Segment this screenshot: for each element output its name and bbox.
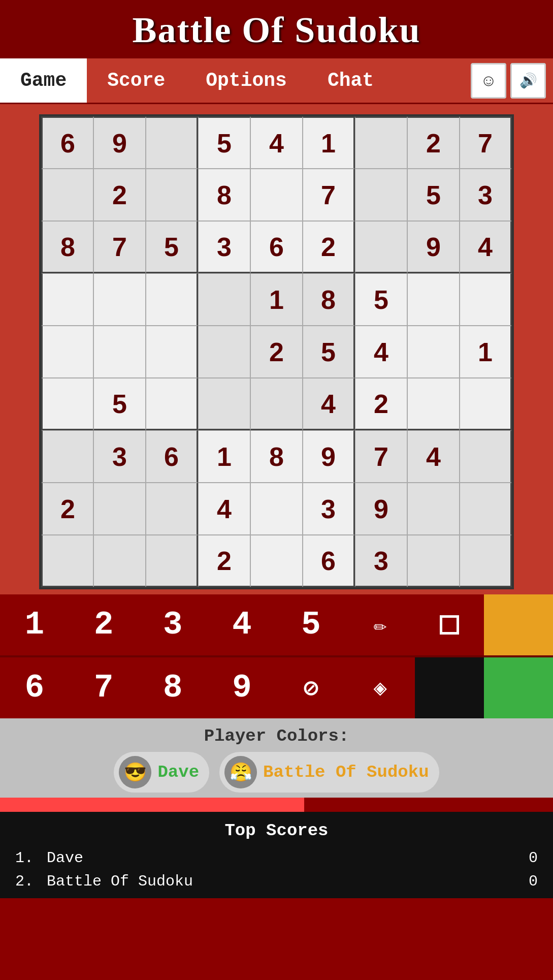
cell-2-1[interactable] — [41, 169, 93, 221]
cell-9-9[interactable] — [460, 535, 512, 587]
tab-chat[interactable]: Chat — [307, 58, 394, 103]
cell-2-7[interactable] — [355, 169, 407, 221]
cell-7-5[interactable]: 8 — [250, 430, 303, 483]
numpad-9[interactable]: 9 — [207, 657, 276, 718]
tab-game[interactable]: Game — [0, 58, 87, 103]
numpad-8[interactable]: 8 — [138, 657, 207, 718]
cell-1-5[interactable]: 4 — [250, 116, 303, 169]
cell-9-1[interactable] — [41, 535, 93, 587]
cell-6-8[interactable] — [407, 378, 460, 430]
numpad-6[interactable]: 6 — [0, 657, 69, 718]
cell-4-2[interactable] — [93, 273, 146, 326]
cell-6-9[interactable] — [460, 378, 512, 430]
cell-1-1[interactable]: 6 — [41, 116, 93, 169]
cell-5-4[interactable] — [198, 326, 250, 378]
cell-8-6[interactable]: 3 — [303, 483, 355, 535]
cell-4-1[interactable] — [41, 273, 93, 326]
cell-5-5[interactable]: 2 — [250, 326, 303, 378]
cell-7-8[interactable]: 4 — [407, 430, 460, 483]
pencil-button[interactable]: ✏ — [346, 594, 415, 655]
cell-7-1[interactable] — [41, 430, 93, 483]
tab-options[interactable]: Options — [185, 58, 307, 103]
cell-4-9[interactable] — [460, 273, 512, 326]
cell-6-6[interactable]: 4 — [303, 378, 355, 430]
cell-9-8[interactable] — [407, 535, 460, 587]
diamond-button[interactable]: ◈ — [346, 657, 415, 718]
square-button[interactable] — [415, 594, 484, 655]
cell-3-5[interactable]: 6 — [250, 221, 303, 273]
cell-4-7[interactable]: 5 — [355, 273, 407, 326]
cell-2-3[interactable] — [146, 169, 198, 221]
cell-9-3[interactable] — [146, 535, 198, 587]
cell-5-8[interactable] — [407, 326, 460, 378]
numpad-2[interactable]: 2 — [69, 594, 138, 655]
cell-6-2[interactable]: 5 — [93, 378, 146, 430]
numpad-4[interactable]: 4 — [207, 594, 276, 655]
numpad-5[interactable]: 5 — [277, 594, 346, 655]
cell-7-6[interactable]: 9 — [303, 430, 355, 483]
cell-4-3[interactable] — [146, 273, 198, 326]
cell-5-7[interactable]: 4 — [355, 326, 407, 378]
cell-7-3[interactable]: 6 — [146, 430, 198, 483]
cell-1-2[interactable]: 9 — [93, 116, 146, 169]
cell-7-7[interactable]: 7 — [355, 430, 407, 483]
color-black-button[interactable] — [415, 657, 484, 718]
color-green-button[interactable] — [484, 657, 553, 718]
cell-8-4[interactable]: 4 — [198, 483, 250, 535]
cell-4-4[interactable] — [198, 273, 250, 326]
cell-8-1[interactable]: 2 — [41, 483, 93, 535]
tab-score[interactable]: Score — [87, 58, 185, 103]
cell-1-4[interactable]: 5 — [198, 116, 250, 169]
cell-8-5[interactable] — [250, 483, 303, 535]
color-orange-button[interactable] — [484, 594, 553, 655]
cell-3-8[interactable]: 9 — [407, 221, 460, 273]
cell-3-9[interactable]: 4 — [460, 221, 512, 273]
cell-5-1[interactable] — [41, 326, 93, 378]
cell-1-7[interactable] — [355, 116, 407, 169]
numpad-3[interactable]: 3 — [138, 594, 207, 655]
cell-8-2[interactable] — [93, 483, 146, 535]
cell-4-5[interactable]: 1 — [250, 273, 303, 326]
cell-4-8[interactable] — [407, 273, 460, 326]
cell-3-4[interactable]: 3 — [198, 221, 250, 273]
cell-6-1[interactable] — [41, 378, 93, 430]
cell-8-8[interactable] — [407, 483, 460, 535]
cell-3-6[interactable]: 2 — [303, 221, 355, 273]
cell-5-3[interactable] — [146, 326, 198, 378]
cell-9-5[interactable] — [250, 535, 303, 587]
cell-9-6[interactable]: 6 — [303, 535, 355, 587]
cell-8-7[interactable]: 9 — [355, 483, 407, 535]
player-tag-dave[interactable]: 😎 Dave — [114, 752, 209, 793]
cell-3-7[interactable] — [355, 221, 407, 273]
cell-2-4[interactable]: 8 — [198, 169, 250, 221]
cell-2-8[interactable]: 5 — [407, 169, 460, 221]
cell-6-3[interactable] — [146, 378, 198, 430]
slash-button[interactable]: ⊘ — [277, 657, 346, 718]
cell-1-6[interactable]: 1 — [303, 116, 355, 169]
cell-3-1[interactable]: 8 — [41, 221, 93, 273]
cell-2-2[interactable]: 2 — [93, 169, 146, 221]
numpad-7[interactable]: 7 — [69, 657, 138, 718]
cell-8-9[interactable] — [460, 483, 512, 535]
cell-5-9[interactable]: 1 — [460, 326, 512, 378]
cell-1-8[interactable]: 2 — [407, 116, 460, 169]
cell-9-4[interactable]: 2 — [198, 535, 250, 587]
cell-2-5[interactable] — [250, 169, 303, 221]
cell-3-2[interactable]: 7 — [93, 221, 146, 273]
cell-2-9[interactable]: 3 — [460, 169, 512, 221]
cell-5-6[interactable]: 5 — [303, 326, 355, 378]
cell-6-5[interactable] — [250, 378, 303, 430]
cell-3-3[interactable]: 5 — [146, 221, 198, 273]
cell-9-7[interactable]: 3 — [355, 535, 407, 587]
cell-8-3[interactable] — [146, 483, 198, 535]
cell-1-3[interactable] — [146, 116, 198, 169]
cell-5-2[interactable] — [93, 326, 146, 378]
cell-7-2[interactable]: 3 — [93, 430, 146, 483]
cell-7-9[interactable] — [460, 430, 512, 483]
numpad-1[interactable]: 1 — [0, 594, 69, 655]
smiley-button[interactable]: ☺ — [471, 63, 506, 99]
cell-6-4[interactable] — [198, 378, 250, 430]
cell-4-6[interactable]: 8 — [303, 273, 355, 326]
cell-6-7[interactable]: 2 — [355, 378, 407, 430]
cell-2-6[interactable]: 7 — [303, 169, 355, 221]
